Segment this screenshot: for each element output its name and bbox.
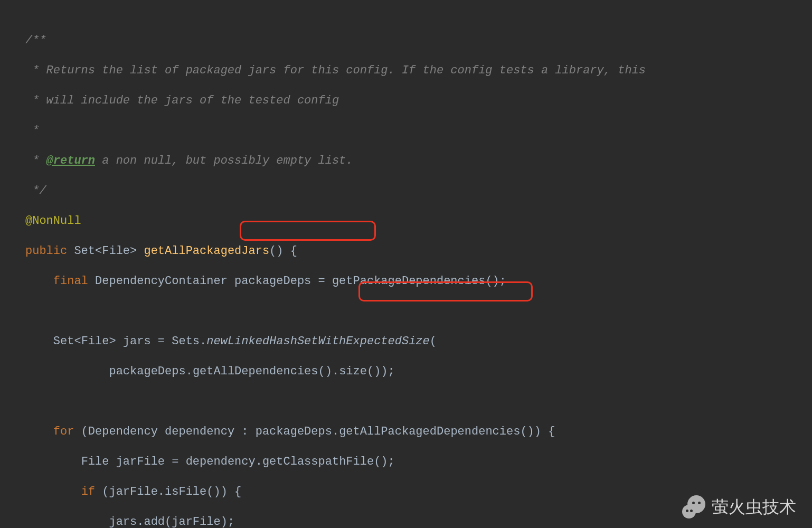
call-getClasspathFile: getClasspathFile	[262, 455, 374, 468]
type-set: Set	[53, 335, 74, 348]
type-file: File	[81, 335, 109, 348]
type-file: File	[81, 455, 109, 468]
comment-line: /**	[25, 34, 46, 47]
comment-line: *	[25, 154, 46, 167]
kw-public: public	[25, 244, 67, 258]
var-packageDeps: packageDeps	[256, 425, 332, 438]
var-jarFile: jarFile	[172, 515, 220, 529]
type-dependencycontainer: DependencyContainer	[95, 275, 228, 288]
var-packageDeps: packageDeps	[109, 365, 185, 378]
class-sets: Sets	[172, 335, 200, 348]
type-file: File	[102, 244, 130, 258]
var-packageDeps: packageDeps	[234, 275, 311, 288]
comment-line: a non null, but possibly empty list.	[95, 154, 353, 167]
type-set: Set	[74, 244, 95, 258]
wechat-icon	[682, 495, 705, 518]
call-getAllDependencies: getAllDependencies	[193, 365, 318, 378]
type-dependency: Dependency	[88, 425, 158, 438]
var-jars: jars	[123, 335, 151, 348]
method-getAllPackagedJars: getAllPackagedJars	[144, 244, 269, 258]
call-add: add	[144, 515, 165, 529]
comment-line: * will include the jars of the tested co…	[25, 94, 339, 107]
annotation-nonnull: @NonNull	[25, 214, 81, 228]
call-getPackageDependencies: getPackageDependencies	[332, 275, 485, 288]
javadoc-return-tag: @return	[46, 154, 95, 167]
watermark: 萤火虫技术	[682, 495, 796, 518]
var-jars: jars	[109, 515, 137, 529]
code-editor[interactable]: /** * Returns the list of packaged jars …	[0, 0, 812, 528]
call-newLinkedHashSetWithExpectedSize: newLinkedHashSetWithExpectedSize	[206, 335, 429, 348]
comment-line: * Returns the list of packaged jars for …	[25, 64, 646, 77]
call-getAllPackagedDependencies: getAllPackagedDependencies	[339, 425, 520, 438]
kw-final: final	[53, 275, 88, 288]
kw-for: for	[53, 425, 74, 438]
call-size: size	[339, 365, 367, 378]
comment-line: *	[25, 124, 39, 137]
call-isFile: isFile	[165, 485, 206, 498]
var-dependency: dependency	[165, 425, 234, 438]
var-dependency: dependency	[186, 455, 256, 468]
kw-if: if	[81, 485, 95, 498]
comment-line: */	[25, 184, 46, 197]
watermark-text: 萤火虫技术	[712, 499, 796, 515]
var-jarFile: jarFile	[116, 455, 165, 468]
var-jarFile: jarFile	[109, 485, 157, 498]
